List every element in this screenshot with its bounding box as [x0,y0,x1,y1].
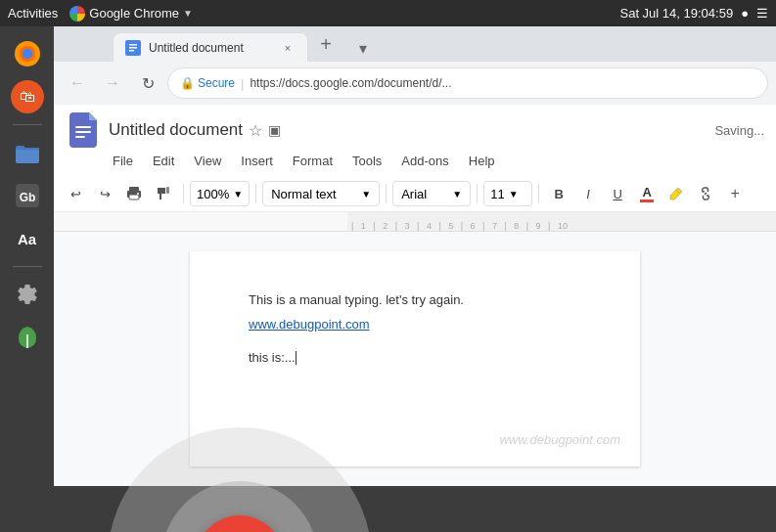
italic-button[interactable]: I [574,180,602,207]
sidebar-font-icon[interactable]: Aa [8,219,47,258]
address-bar-row: ← → ↻ 🔒 Secure | https://docs.google.com… [54,62,776,105]
svg-point-17 [137,193,139,195]
menu-file[interactable]: File [103,150,143,172]
link-button[interactable] [692,180,719,207]
menu-edit[interactable]: Edit [143,150,184,172]
folder-button[interactable]: ▣ [268,122,281,138]
docs-document-title[interactable]: Untitled document [109,120,243,140]
svg-rect-18 [166,187,169,194]
datetime: Sat Jul 14, 19:04:59 [619,6,733,21]
svg-rect-12 [75,131,91,133]
svg-text:Gb: Gb [19,191,35,204]
menu-insert[interactable]: Insert [231,150,283,172]
svg-rect-10 [129,50,134,52]
application-sidebar: 🛍 Gb Aa [0,26,54,532]
docs-header: Untitled document ☆ ▣ Saving... [54,105,776,150]
chrome-dropdown-icon[interactable]: ▼ [183,8,193,19]
status-indicator: ● [741,6,749,21]
svg-rect-9 [129,47,137,49]
lock-icon: 🔒 [180,76,195,90]
activities-button[interactable]: Activities [8,6,58,21]
ruler: | 1 | 2 | 3 | 4 | 5 | 6 | 7 | 8 | 9 | 10 [54,212,776,232]
chrome-name: Google Chrome [89,6,179,21]
refresh-button[interactable]: ↻ [132,67,163,99]
document-area: This is a manual typing. let's try again… [54,232,776,486]
redo-button[interactable]: ↪ [91,180,118,207]
toolbar-sep-3 [386,184,387,203]
print-button[interactable] [120,180,148,207]
docs-app-icon [66,111,101,150]
sidebar-divider-1 [13,124,42,125]
svg-line-20 [705,193,707,195]
sidebar-leaf-icon[interactable] [8,318,47,357]
star-button[interactable]: ☆ [249,121,262,140]
doc-link[interactable]: www.debugpoint.com [249,317,370,332]
style-selector[interactable]: Normal text ▼ [262,181,380,206]
tab-close-button[interactable]: × [280,40,296,56]
undo-button[interactable]: ↩ [62,180,89,207]
back-button[interactable]: ← [62,67,93,99]
svg-point-2 [23,49,32,59]
highlight-button[interactable] [662,180,690,207]
doc-paragraph-1: This is a manual typing. let's try again… [249,290,581,311]
forward-button[interactable]: → [97,67,128,99]
sidebar-divider-2 [13,266,42,267]
forward-icon: → [105,74,120,92]
tab-favicon [125,40,141,56]
toolbar-sep-2 [255,184,256,203]
sidebar-firefox-icon[interactable] [8,34,47,73]
system-menu-icon[interactable]: ☰ [756,6,768,21]
text-color-button[interactable]: A [633,180,661,207]
back-icon: ← [69,74,85,92]
format-paint-button[interactable] [150,180,177,207]
menu-addons[interactable]: Add-ons [391,150,458,172]
tab-title: Untitled document [149,41,272,55]
system-bar: Activities Google Chrome ▼ Sat Jul 14, 1… [0,0,776,26]
toolbar-sep-1 [183,184,184,203]
sidebar-ubuntu-icon[interactable]: 🛍 [8,77,47,116]
bold-button[interactable]: B [545,180,572,207]
zoom-dropdown-icon: ▼ [233,189,243,200]
tab-bar: Untitled document × + ▾ [54,26,776,62]
menu-format[interactable]: Format [283,150,342,172]
format-toolbar: ↩ ↪ 100% ▼ [54,176,776,212]
svg-rect-11 [75,126,91,128]
active-tab[interactable]: Untitled document × [113,32,308,62]
new-tab-button[interactable]: + [312,30,340,58]
menu-tools[interactable]: Tools [342,150,391,172]
doc-paragraph-2: this is:... [249,348,581,369]
voice-inner-circle [161,481,318,532]
color-indicator [640,200,654,202]
font-size-selector[interactable]: 11 ▼ [483,181,532,206]
secure-badge: 🔒 Secure [180,76,235,90]
chrome-indicator: Google Chrome ▼ [69,6,193,22]
fontsize-dropdown-icon: ▼ [509,189,519,200]
toolbar-sep-5 [538,184,539,203]
zoom-selector[interactable]: 100% ▼ [190,181,250,206]
address-separator: | [241,76,244,91]
menu-help[interactable]: Help [459,150,505,172]
chrome-icon [69,6,85,22]
comment-button[interactable]: + [721,180,749,207]
sidebar-files-icon[interactable] [8,133,47,172]
docs-container: Untitled document ☆ ▣ Saving... File Edi… [54,105,776,486]
underline-button[interactable]: U [604,180,631,207]
voice-microphone-button[interactable] [196,515,284,532]
menu-view[interactable]: View [184,150,231,172]
toolbar-sep-4 [477,184,478,203]
refresh-icon: ↻ [142,74,155,93]
svg-rect-13 [75,136,85,138]
page-watermark: www.debugpoint.com [499,432,620,447]
saving-status: Saving... [714,123,764,138]
docs-menu-bar: File Edit View Insert Format Tools Add-o… [54,150,776,176]
font-selector[interactable]: Arial ▼ [392,181,471,206]
font-dropdown-icon: ▼ [452,189,462,200]
tab-overflow-button[interactable]: ▾ [347,34,379,62]
text-cursor [296,351,297,365]
sidebar-gimp-icon[interactable]: Gb [8,176,47,215]
address-input[interactable]: 🔒 Secure | https://docs.google.com/docum… [167,67,768,99]
sidebar-settings-icon[interactable] [8,275,47,314]
svg-rect-16 [129,195,139,200]
svg-rect-8 [129,44,137,46]
browser-area: Untitled document × + ▾ ← → ↻ 🔒 Secure |… [54,26,776,532]
